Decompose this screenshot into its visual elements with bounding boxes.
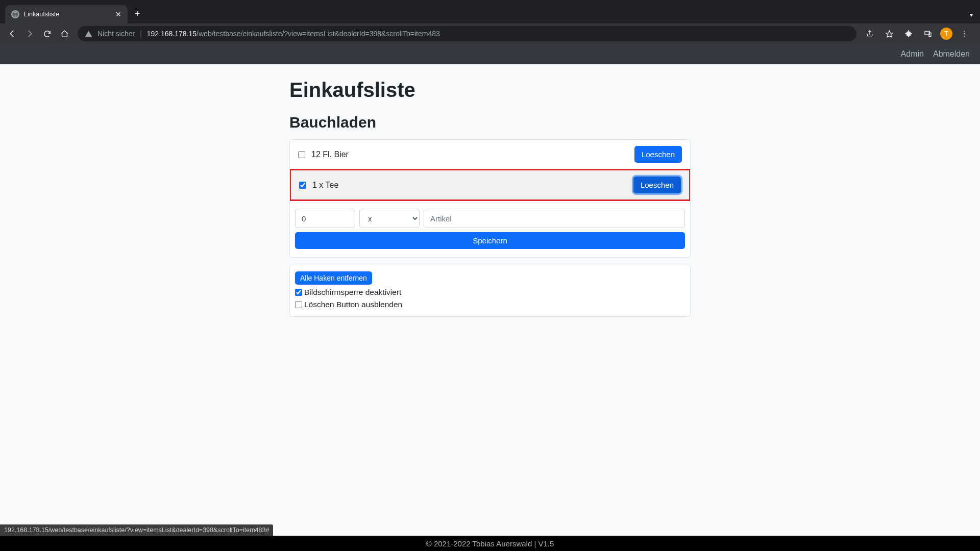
page-footer: © 2021-2022 Tobias Auerswald | V1.5: [0, 536, 980, 551]
items-card: 12 Fl. Bier Loeschen 1 x Tee Loeschen x …: [289, 139, 691, 258]
tab-title: Einkaufsliste: [23, 11, 111, 18]
avatar-initial: T: [944, 30, 948, 37]
delete-button[interactable]: Loeschen: [633, 177, 681, 193]
url-host: 192.168.178.15: [147, 30, 197, 38]
status-bar: 192.168.178.15/web/testbase/einkaufslist…: [0, 524, 273, 536]
forward-button[interactable]: [22, 27, 37, 41]
store-heading: Bauchladen: [289, 114, 691, 131]
browser-tabstrip: Einkaufsliste ✕ + ▾: [0, 0, 980, 23]
screenlock-label: Bildschirmsperre deaktiviert: [304, 288, 401, 297]
clear-all-button[interactable]: Alle Haken entfernen: [295, 271, 372, 285]
item-label: 1 x Tee: [312, 181, 627, 190]
unit-select[interactable]: x: [359, 209, 420, 228]
hide-delete-option[interactable]: Löschen Button ausblenden: [295, 300, 685, 309]
page-body: Einkaufsliste Bauchladen 12 Fl. Bier Loe…: [0, 64, 980, 536]
home-button[interactable]: [57, 27, 71, 41]
globe-icon: [11, 10, 19, 18]
app-navbar: Admin Abmelden: [0, 44, 980, 64]
browser-tab[interactable]: Einkaufsliste ✕: [5, 5, 128, 23]
insecure-icon: [85, 30, 92, 38]
omnibox-separator: |: [140, 30, 142, 38]
add-item-row: x: [290, 201, 690, 232]
url-path: /web/testbase/einkaufsliste/?view=itemsL…: [197, 30, 440, 38]
browser-toolbar: Nicht sicher | 192.168.178.15/web/testba…: [0, 23, 980, 44]
bookmark-star-icon[interactable]: [882, 27, 896, 41]
item-checkbox[interactable]: [299, 182, 306, 189]
share-icon[interactable]: [863, 27, 877, 41]
article-input[interactable]: [424, 209, 685, 228]
hide-delete-label: Löschen Button ausblenden: [304, 300, 402, 309]
nav-admin-link[interactable]: Admin: [901, 49, 924, 59]
quantity-input[interactable]: [295, 209, 355, 228]
devices-icon[interactable]: [921, 27, 935, 41]
item-checkbox[interactable]: [298, 151, 305, 158]
list-item: 1 x Tee Loeschen: [289, 169, 691, 201]
footer-text: © 2021-2022 Tobias Auerswald | V1.5: [426, 539, 554, 548]
address-bar[interactable]: Nicht sicher | 192.168.178.15/web/testba…: [78, 26, 856, 41]
hide-delete-checkbox[interactable]: [295, 301, 302, 308]
kebab-menu-icon[interactable]: ⋮: [958, 27, 972, 41]
url-text: 192.168.178.15/web/testbase/einkaufslist…: [147, 30, 440, 38]
reload-button[interactable]: [40, 27, 54, 41]
delete-button[interactable]: Loeschen: [634, 146, 682, 163]
page-title: Einkaufsliste: [289, 79, 691, 102]
screenlock-checkbox[interactable]: [295, 289, 302, 296]
back-button[interactable]: [5, 27, 19, 41]
save-button[interactable]: Speichern: [295, 232, 685, 249]
nav-logout-link[interactable]: Abmelden: [933, 49, 970, 59]
screenlock-option[interactable]: Bildschirmsperre deaktiviert: [295, 288, 685, 297]
extensions-icon[interactable]: [901, 27, 916, 41]
close-icon[interactable]: ✕: [115, 10, 121, 18]
new-tab-button[interactable]: +: [128, 5, 148, 23]
item-label: 12 Fl. Bier: [311, 150, 628, 159]
options-card: Alle Haken entfernen Bildschirmsperre de…: [289, 265, 691, 317]
tabs-menu-button[interactable]: ▾: [970, 11, 973, 23]
toolbar-right: T ⋮: [863, 27, 975, 41]
list-item: 12 Fl. Bier Loeschen: [290, 140, 690, 169]
insecure-label: Nicht sicher: [97, 30, 135, 38]
profile-avatar[interactable]: T: [940, 28, 952, 40]
